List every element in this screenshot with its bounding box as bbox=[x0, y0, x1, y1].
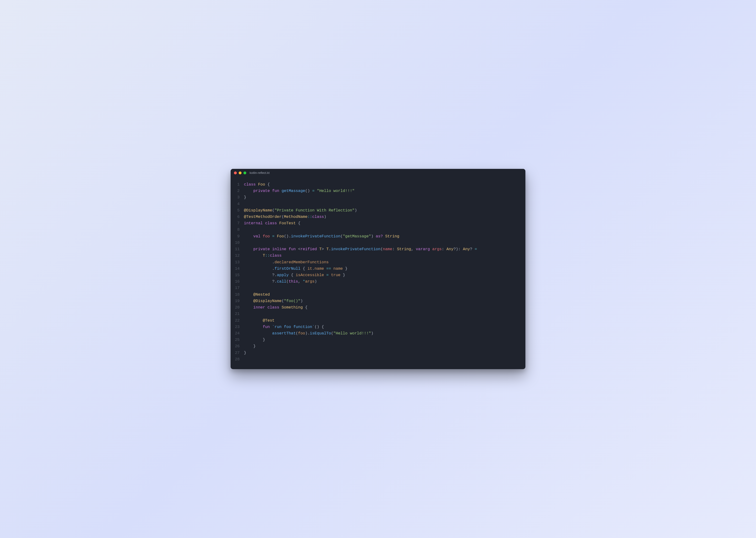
line-number: 1 bbox=[230, 181, 240, 188]
close-icon[interactable] bbox=[234, 172, 237, 174]
code-line[interactable]: } bbox=[244, 343, 520, 350]
code-line[interactable]: @Test bbox=[244, 317, 520, 324]
code-line[interactable] bbox=[244, 226, 520, 233]
zoom-icon[interactable] bbox=[243, 172, 246, 174]
line-number: 25 bbox=[230, 337, 240, 343]
code-line[interactable]: private fun getMassage() = "Hello world!… bbox=[244, 188, 520, 194]
code-line[interactable] bbox=[244, 356, 520, 362]
code-line[interactable]: private inline fun <reified T> T.invokeP… bbox=[244, 246, 520, 252]
code-line[interactable]: internal class FooTest { bbox=[244, 220, 520, 226]
minimize-icon[interactable] bbox=[239, 172, 241, 174]
titlebar: kotlin-reflect.kt bbox=[230, 169, 526, 177]
code-line[interactable]: .declaredMemberFunctions bbox=[244, 259, 520, 265]
line-number: 22 bbox=[230, 317, 240, 324]
code-line[interactable]: @TestMethodOrder(MethodName::class) bbox=[244, 214, 520, 220]
code-line[interactable] bbox=[244, 311, 520, 317]
code-area[interactable]: class Foo { private fun getMassage() = "… bbox=[244, 181, 520, 362]
traffic-lights bbox=[234, 172, 246, 174]
line-number: 17 bbox=[230, 285, 240, 291]
editor-window: kotlin-reflect.kt 1234567891011121314151… bbox=[230, 169, 526, 369]
line-number: 2 bbox=[230, 188, 240, 194]
code-editor[interactable]: 1234567891011121314151617181920212223242… bbox=[230, 177, 526, 369]
window-title: kotlin-reflect.kt bbox=[250, 171, 270, 175]
line-number: 20 bbox=[230, 304, 240, 311]
line-number: 21 bbox=[230, 311, 240, 317]
code-line[interactable]: } bbox=[244, 337, 520, 343]
code-line[interactable]: assertThat(foo).isEqualTo("Hello world!!… bbox=[244, 330, 520, 337]
code-line[interactable]: val foo = Foo().invokePrivateFunction("g… bbox=[244, 233, 520, 240]
line-number: 24 bbox=[230, 330, 240, 337]
line-number: 5 bbox=[230, 207, 240, 214]
code-line[interactable]: ?.apply { isAccessible = true } bbox=[244, 272, 520, 278]
line-number: 12 bbox=[230, 252, 240, 259]
code-line[interactable]: .firstOrNull { it.name == name } bbox=[244, 265, 520, 272]
line-number: 11 bbox=[230, 246, 240, 252]
line-number: 14 bbox=[230, 265, 240, 272]
code-line[interactable]: ?.call(this, *args) bbox=[244, 278, 520, 285]
line-number: 3 bbox=[230, 194, 240, 200]
line-gutter: 1234567891011121314151617181920212223242… bbox=[230, 181, 244, 362]
code-line[interactable]: @Nested bbox=[244, 291, 520, 298]
code-line[interactable] bbox=[244, 285, 520, 291]
code-line[interactable]: } bbox=[244, 194, 520, 200]
code-line[interactable]: inner class Something { bbox=[244, 304, 520, 311]
line-number: 4 bbox=[230, 201, 240, 207]
line-number: 13 bbox=[230, 259, 240, 265]
code-line[interactable]: } bbox=[244, 350, 520, 356]
line-number: 18 bbox=[230, 291, 240, 298]
line-number: 16 bbox=[230, 278, 240, 285]
line-number: 28 bbox=[230, 356, 240, 362]
line-number: 27 bbox=[230, 350, 240, 356]
code-line[interactable]: T::class bbox=[244, 252, 520, 259]
code-line[interactable]: @DisplayName("Private Function With Refl… bbox=[244, 207, 520, 214]
line-number: 15 bbox=[230, 272, 240, 278]
line-number: 10 bbox=[230, 240, 240, 246]
line-number: 7 bbox=[230, 220, 240, 226]
line-number: 23 bbox=[230, 324, 240, 330]
line-number: 26 bbox=[230, 343, 240, 350]
code-line[interactable]: fun `run foo function`() { bbox=[244, 324, 520, 330]
line-number: 6 bbox=[230, 214, 240, 220]
code-line[interactable]: class Foo { bbox=[244, 181, 520, 188]
code-line[interactable]: @DisplayName("foo()") bbox=[244, 298, 520, 304]
line-number: 8 bbox=[230, 226, 240, 233]
line-number: 9 bbox=[230, 233, 240, 240]
code-line[interactable] bbox=[244, 201, 520, 207]
code-line[interactable] bbox=[244, 240, 520, 246]
line-number: 19 bbox=[230, 298, 240, 304]
